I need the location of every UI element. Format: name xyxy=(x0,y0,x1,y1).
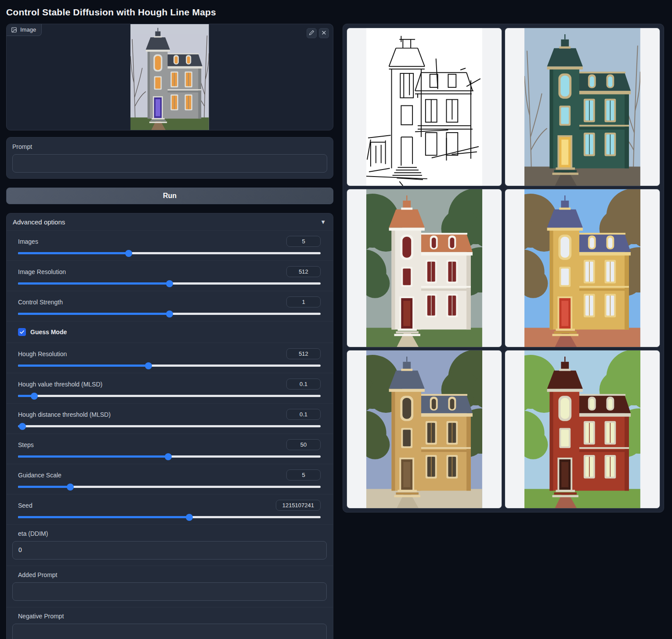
slider-track[interactable] xyxy=(18,455,321,458)
advanced-options-header[interactable]: Advanced options ▼ xyxy=(7,213,333,230)
gallery-item-generated-house-teal-dusk[interactable] xyxy=(505,28,660,186)
slider-thumb[interactable] xyxy=(165,453,172,460)
textbox-label: Added Prompt xyxy=(12,571,327,578)
gallery-item-generated-house-golden[interactable] xyxy=(347,350,502,509)
slider-track[interactable] xyxy=(18,486,321,488)
slider-track[interactable] xyxy=(18,282,321,285)
slider-value-input[interactable]: 1 xyxy=(286,296,321,307)
slider-thumb[interactable] xyxy=(67,484,74,491)
slider-thumb[interactable] xyxy=(31,393,38,400)
textbox-row-added-prompt: Added Prompt xyxy=(7,566,333,607)
slider-track[interactable] xyxy=(18,395,321,397)
gallery-item-generated-house-white[interactable] xyxy=(347,189,502,347)
slider-thumb[interactable] xyxy=(186,514,193,521)
slider-track[interactable] xyxy=(18,313,321,315)
slider-label: Guidance Scale xyxy=(18,472,61,479)
slider-row-seed: Seed 1215107241 xyxy=(7,494,333,524)
advanced-options-title: Advanced options xyxy=(13,218,65,226)
slider-thumb[interactable] xyxy=(166,280,173,287)
page-title: Control Stable Diffusion with Hough Line… xyxy=(0,0,672,18)
image-icon xyxy=(11,27,17,33)
pencil-icon xyxy=(309,29,314,37)
slider-thumb[interactable] xyxy=(145,362,152,369)
uploaded-house-photo[interactable] xyxy=(7,24,333,130)
prompt-panel: Prompt xyxy=(6,137,333,179)
image-actions xyxy=(307,28,329,38)
slider-track[interactable] xyxy=(18,516,321,518)
input-image-panel: Image xyxy=(6,24,333,130)
main-layout: Image xyxy=(0,18,672,639)
slider-track[interactable] xyxy=(18,425,321,427)
checkbox-label: Guess Mode xyxy=(30,329,67,336)
slider-label: Control Strength xyxy=(18,299,63,306)
slider-track[interactable] xyxy=(18,365,321,367)
checkbox-guess-mode[interactable] xyxy=(18,328,26,336)
results-column xyxy=(343,24,664,513)
run-button[interactable]: Run xyxy=(6,188,333,204)
prompt-input[interactable] xyxy=(12,154,327,173)
clear-image-button[interactable] xyxy=(319,28,329,38)
slider-value-input[interactable]: 5 xyxy=(286,469,321,480)
chevron-down-icon: ▼ xyxy=(320,219,326,225)
edit-image-button[interactable] xyxy=(307,28,317,38)
slider-track[interactable] xyxy=(18,252,321,254)
textbox-label: Negative Prompt xyxy=(12,613,327,620)
slider-value-input[interactable]: 0.1 xyxy=(286,409,321,420)
controls-column: Image xyxy=(6,24,333,639)
slider-value-input[interactable]: 512 xyxy=(286,348,321,359)
slider-value-input[interactable]: 50 xyxy=(286,439,321,450)
close-icon xyxy=(321,29,327,37)
slider-row-image-resolution: Image Resolution 512 xyxy=(7,260,333,291)
gallery-item-generated-house-yellow[interactable] xyxy=(505,189,660,347)
slider-row-hough-resolution: Hough Resolution 512 xyxy=(7,343,333,373)
slider-row-hough-value-threshold-mlsd: Hough value threshold (MLSD) 0.1 xyxy=(7,373,333,403)
textbox-input-negative-prompt[interactable] xyxy=(12,624,327,639)
output-gallery xyxy=(343,24,664,513)
slider-value-input[interactable]: 5 xyxy=(286,236,321,247)
slider-label: Image Resolution xyxy=(18,268,66,275)
slider-label: Hough distance threshold (MLSD) xyxy=(18,411,111,418)
gallery-item-generated-house-red-brick[interactable] xyxy=(505,350,660,509)
textbox-input-eta-ddim[interactable] xyxy=(12,541,327,560)
slider-label: Hough Resolution xyxy=(18,350,67,357)
slider-row-hough-distance-threshold-mlsd: Hough distance threshold (MLSD) 0.1 xyxy=(7,403,333,433)
slider-value-input[interactable]: 0.1 xyxy=(286,379,321,390)
advanced-options-panel: Advanced options ▼ Images 5 Image Resolu… xyxy=(6,213,333,639)
advanced-options-body: Images 5 Image Resolution 512 Control St… xyxy=(7,230,333,639)
slider-value-input[interactable]: 512 xyxy=(286,266,321,277)
slider-row-control-strength: Control Strength 1 xyxy=(7,291,333,321)
prompt-label: Prompt xyxy=(12,143,327,150)
slider-thumb[interactable] xyxy=(19,423,26,430)
checkmark-icon xyxy=(19,329,25,335)
slider-label: Seed xyxy=(18,502,33,509)
slider-value-input[interactable]: 1215107241 xyxy=(276,500,321,511)
textbox-label: eta (DDIM) xyxy=(12,530,327,537)
slider-row-guidance-scale: Guidance Scale 5 xyxy=(7,464,333,494)
slider-label: Steps xyxy=(18,441,34,448)
slider-thumb[interactable] xyxy=(166,310,173,318)
image-component-label: Image xyxy=(7,24,42,36)
slider-row-steps: Steps 50 xyxy=(7,433,333,464)
textbox-input-added-prompt[interactable] xyxy=(12,582,327,601)
image-label-text: Image xyxy=(20,26,36,33)
slider-label: Images xyxy=(18,238,38,245)
slider-label: Hough value threshold (MLSD) xyxy=(18,381,102,388)
app-root: Control Stable Diffusion with Hough Line… xyxy=(0,0,672,639)
slider-row-images: Images 5 xyxy=(7,230,333,260)
textbox-row-negative-prompt: Negative Prompt xyxy=(7,607,333,639)
checkbox-row-guess-mode: Guess Mode xyxy=(7,321,333,343)
slider-thumb[interactable] xyxy=(125,250,132,257)
textbox-row-eta-ddim: eta (DDIM) xyxy=(7,524,333,566)
gallery-item-hough-line-map[interactable] xyxy=(347,28,502,186)
